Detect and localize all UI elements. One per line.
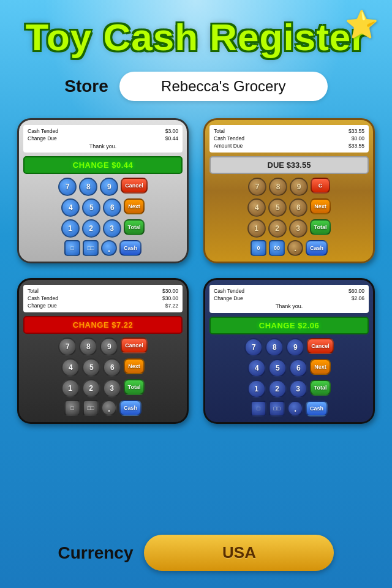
key-7[interactable]: 7 [244, 338, 263, 356]
currency-button[interactable]: USA [144, 535, 334, 571]
key-row: 123Total [209, 219, 369, 238]
key-cash[interactable]: Cash [119, 240, 141, 256]
key-special[interactable]: 00 [269, 240, 285, 256]
key-6[interactable]: 6 [103, 198, 121, 217]
key-9[interactable]: 9 [286, 338, 304, 356]
key-3[interactable]: 3 [103, 219, 121, 238]
key-row: 456Next [209, 359, 369, 377]
key-row: 000.Cash [209, 240, 369, 256]
key-row: 123Total [23, 219, 183, 238]
key-row: □□□.Cash [23, 240, 183, 256]
currency-label: Currency [58, 543, 134, 563]
key-total[interactable]: Total [124, 219, 145, 235]
key-5[interactable]: 5 [268, 359, 287, 377]
key-row: 789Cancel [209, 338, 369, 356]
key-4[interactable]: 4 [247, 359, 266, 377]
key-6[interactable]: 6 [289, 198, 307, 217]
key-8[interactable]: 8 [79, 178, 97, 196]
key-row: 456Next [23, 198, 183, 217]
key-row: 123Total [209, 380, 369, 398]
key-7[interactable]: 7 [248, 178, 266, 196]
key-next[interactable]: Next [310, 359, 331, 375]
key-6[interactable]: 6 [289, 359, 307, 377]
key-1[interactable]: 1 [61, 219, 80, 238]
key-special[interactable]: 0 [251, 240, 266, 256]
key-row: 123Total [23, 379, 183, 398]
key-row: □□□.Cash [23, 400, 183, 416]
key-dot[interactable]: . [101, 400, 117, 416]
key-special[interactable]: □□ [83, 240, 99, 256]
key-cash[interactable]: Cash [306, 240, 328, 256]
key-cash[interactable]: Cash [119, 400, 141, 416]
key-7[interactable]: 7 [58, 337, 77, 356]
register-2[interactable]: Total$33.55Cash Tended$0.00Amount Due$33… [203, 118, 375, 263]
keypad: 789Cancel456Next123Total□□□.Cash [209, 338, 369, 417]
key-5[interactable]: 5 [82, 198, 100, 217]
key-row: 789Cancel [23, 337, 183, 356]
key-cancel[interactable]: C [311, 178, 330, 194]
key-3[interactable]: 3 [103, 379, 121, 398]
key-row: □□□.Cash [209, 401, 369, 417]
key-8[interactable]: 8 [79, 337, 97, 356]
key-special[interactable]: □ [251, 401, 266, 417]
display-screen: DUE $33.55 [209, 156, 369, 174]
key-9[interactable]: 9 [100, 337, 118, 356]
key-8[interactable]: 8 [265, 338, 284, 356]
key-1[interactable]: 1 [247, 380, 266, 398]
key-8[interactable]: 8 [269, 178, 287, 196]
key-dot[interactable]: . [287, 401, 303, 417]
key-row: 789C [209, 178, 369, 196]
key-next[interactable]: Next [124, 198, 145, 214]
key-4[interactable]: 4 [61, 198, 80, 217]
key-1[interactable]: 1 [247, 219, 266, 238]
key-9[interactable]: 9 [100, 178, 118, 196]
display-screen: CHANGE $0.44 [23, 156, 183, 174]
receipt-strip: Cash Tended$3.00Change Due$0.44Thank you… [23, 125, 183, 153]
key-cancel[interactable]: Cancel [307, 338, 334, 354]
key-special[interactable]: □□ [83, 400, 99, 416]
key-5[interactable]: 5 [82, 358, 100, 377]
key-total[interactable]: Total [124, 379, 145, 395]
key-next[interactable]: Next [310, 198, 331, 214]
register-3[interactable]: Total$30.00Cash Tended$30.00Change Due$7… [17, 278, 189, 423]
store-input[interactable] [119, 72, 328, 101]
key-special[interactable]: □□ [269, 401, 285, 417]
key-row: 456Next [23, 358, 183, 377]
keypad: 789C456Next123Total000.Cash [209, 178, 369, 256]
key-total[interactable]: Total [310, 219, 331, 235]
receipt-strip: Total$30.00Cash Tended$30.00Change Due$7… [23, 285, 183, 312]
key-cash[interactable]: Cash [306, 401, 328, 417]
keypad: 789Cancel456Next123Total□□□.Cash [23, 337, 183, 416]
key-3[interactable]: 3 [289, 219, 307, 238]
key-next[interactable]: Next [124, 358, 145, 374]
key-9[interactable]: 9 [290, 178, 308, 196]
key-6[interactable]: 6 [103, 358, 121, 377]
key-dot[interactable]: . [101, 240, 117, 256]
register-4[interactable]: Cash Tended$60.00Change Due$2.06Thank yo… [203, 278, 375, 423]
key-2[interactable]: 2 [82, 379, 100, 398]
registers-grid: Cash Tended$3.00Change Due$0.44Thank you… [0, 118, 392, 424]
key-dot[interactable]: . [287, 240, 303, 256]
key-3[interactable]: 3 [289, 380, 307, 398]
key-row: 789Cancel [23, 178, 183, 196]
key-1[interactable]: 1 [61, 379, 80, 398]
store-label: Store [64, 77, 108, 96]
keypad: 789Cancel456Next123Total□□□.Cash [23, 178, 183, 256]
key-7[interactable]: 7 [58, 178, 77, 196]
key-special[interactable]: □ [64, 400, 80, 416]
key-5[interactable]: 5 [268, 198, 287, 217]
key-cancel[interactable]: Cancel [121, 178, 148, 194]
key-2[interactable]: 2 [268, 219, 287, 238]
key-special[interactable]: □ [64, 240, 80, 256]
key-row: 456Next [209, 198, 369, 217]
key-total[interactable]: Total [310, 380, 331, 396]
key-2[interactable]: 2 [268, 380, 287, 398]
star-icon[interactable]: ⭐ [345, 11, 379, 38]
app-container: ⭐ Toy Cash Register Store Cash Tended$3.… [0, 0, 392, 588]
key-cancel[interactable]: Cancel [121, 337, 148, 353]
register-1[interactable]: Cash Tended$3.00Change Due$0.44Thank you… [17, 118, 189, 263]
key-2[interactable]: 2 [82, 219, 100, 238]
key-4[interactable]: 4 [61, 358, 80, 377]
key-4[interactable]: 4 [247, 198, 266, 217]
receipt-strip: Total$33.55Cash Tended$0.00Amount Due$33… [209, 125, 369, 153]
